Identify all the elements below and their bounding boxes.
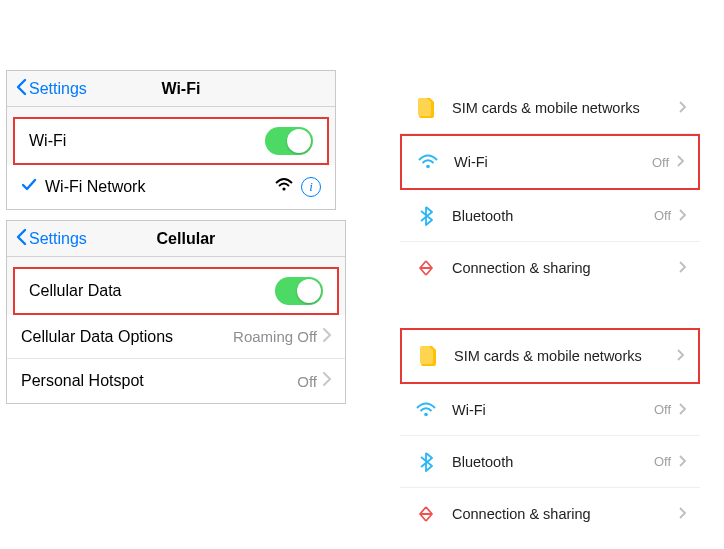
sim-card-icon: [414, 98, 438, 118]
chevron-right-icon: [323, 372, 331, 390]
wifi-toggle-label: Wi-Fi: [29, 132, 265, 150]
wifi-toggle-row[interactable]: Wi-Fi: [15, 119, 327, 163]
connection-sharing-icon: [414, 258, 438, 278]
android-settings-panel-2: SIM cards & mobile networks Wi-Fi Off Bl…: [400, 328, 700, 540]
connection-sharing-label: Connection & sharing: [452, 260, 679, 276]
chevron-right-icon: [679, 99, 686, 117]
cellular-options-row[interactable]: Cellular Data Options Roaming Off: [7, 315, 345, 359]
highlight-android-sim: SIM cards & mobile networks: [400, 328, 700, 384]
cellular-data-toggle[interactable]: [275, 277, 323, 305]
chevron-right-icon: [677, 153, 684, 171]
bluetooth-row[interactable]: Bluetooth Off: [400, 190, 700, 242]
back-chevron-icon[interactable]: [15, 228, 27, 250]
chevron-right-icon: [679, 453, 686, 471]
chevron-right-icon: [677, 347, 684, 365]
connection-sharing-label: Connection & sharing: [452, 506, 679, 522]
bluetooth-icon: [414, 452, 438, 472]
sim-cards-label: SIM cards & mobile networks: [454, 348, 677, 364]
wifi-network-label: Wi-Fi Network: [45, 178, 275, 196]
personal-hotspot-label: Personal Hotspot: [21, 372, 297, 390]
wifi-row[interactable]: Wi-Fi Off: [402, 136, 698, 188]
checkmark-icon: [21, 178, 37, 196]
android-settings-panel-1: SIM cards & mobile networks Wi-Fi Off: [400, 82, 700, 294]
wifi-toggle-switch[interactable]: [265, 127, 313, 155]
wifi-value: Off: [654, 402, 671, 417]
bluetooth-label: Bluetooth: [452, 208, 654, 224]
ios-wifi-panel: Settings Wi-Fi Wi-Fi Wi-Fi Network i: [6, 70, 336, 210]
bluetooth-label: Bluetooth: [452, 454, 654, 470]
connection-sharing-row[interactable]: Connection & sharing: [400, 242, 700, 294]
svg-point-1: [426, 165, 430, 169]
connection-sharing-icon: [414, 504, 438, 524]
back-label[interactable]: Settings: [29, 80, 87, 98]
chevron-right-icon: [679, 207, 686, 225]
wifi-network-row[interactable]: Wi-Fi Network i: [7, 165, 335, 209]
back-chevron-icon[interactable]: [15, 78, 27, 100]
ios-cell-header: Settings Cellular: [7, 221, 345, 257]
info-icon[interactable]: i: [301, 177, 321, 197]
cellular-data-row[interactable]: Cellular Data: [15, 269, 337, 313]
page-title: Wi-Fi: [87, 80, 327, 98]
cellular-options-label: Cellular Data Options: [21, 328, 233, 346]
cellular-data-label: Cellular Data: [29, 282, 275, 300]
wifi-icon: [414, 402, 438, 418]
chevron-right-icon: [323, 328, 331, 346]
bluetooth-row[interactable]: Bluetooth Off: [400, 436, 700, 488]
chevron-right-icon: [679, 401, 686, 419]
sim-cards-row[interactable]: SIM cards & mobile networks: [400, 82, 700, 134]
ios-wifi-header: Settings Wi-Fi: [7, 71, 335, 107]
connection-sharing-row[interactable]: Connection & sharing: [400, 488, 700, 540]
wifi-row[interactable]: Wi-Fi Off: [400, 384, 700, 436]
bluetooth-icon: [414, 206, 438, 226]
chevron-right-icon: [679, 259, 686, 277]
page-title: Cellular: [87, 230, 337, 248]
ios-cellular-panel: Settings Cellular Cellular Data Cellular…: [6, 220, 346, 404]
chevron-right-icon: [679, 505, 686, 523]
sim-cards-row[interactable]: SIM cards & mobile networks: [402, 330, 698, 382]
bluetooth-value: Off: [654, 454, 671, 469]
personal-hotspot-value: Off: [297, 373, 317, 390]
svg-point-2: [424, 412, 428, 416]
cellular-options-value: Roaming Off: [233, 328, 317, 345]
personal-hotspot-row[interactable]: Personal Hotspot Off: [7, 359, 345, 403]
highlight-android-wifi: Wi-Fi Off: [400, 134, 700, 190]
wifi-value: Off: [652, 155, 669, 170]
sim-cards-label: SIM cards & mobile networks: [452, 100, 679, 116]
svg-point-0: [282, 187, 285, 190]
wifi-label: Wi-Fi: [454, 154, 652, 170]
wifi-icon: [416, 154, 440, 170]
bluetooth-value: Off: [654, 208, 671, 223]
highlight-wifi-toggle: Wi-Fi: [13, 117, 329, 165]
highlight-cellular-data: Cellular Data: [13, 267, 339, 315]
wifi-signal-icon: [275, 178, 293, 196]
sim-card-icon: [416, 346, 440, 366]
wifi-label: Wi-Fi: [452, 402, 654, 418]
back-label[interactable]: Settings: [29, 230, 87, 248]
